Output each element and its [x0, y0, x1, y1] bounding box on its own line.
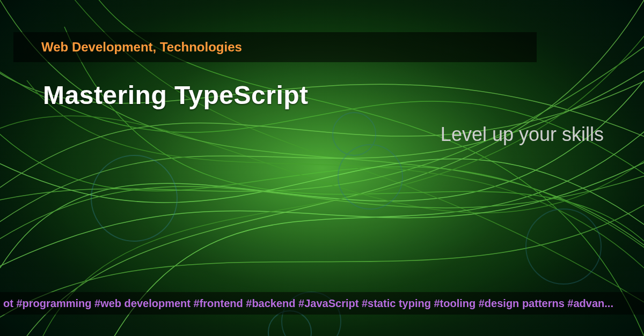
tags-bar: ot #programming #web development #fronte…: [0, 292, 644, 315]
categories-text: Web Development, Technologies: [41, 40, 242, 55]
tags-text: ot #programming #web development #fronte…: [3, 297, 613, 310]
categories-bar: Web Development, Technologies: [13, 32, 537, 62]
page-title: Mastering TypeScript: [43, 80, 309, 110]
subtitle: Level up your skills: [441, 123, 604, 146]
